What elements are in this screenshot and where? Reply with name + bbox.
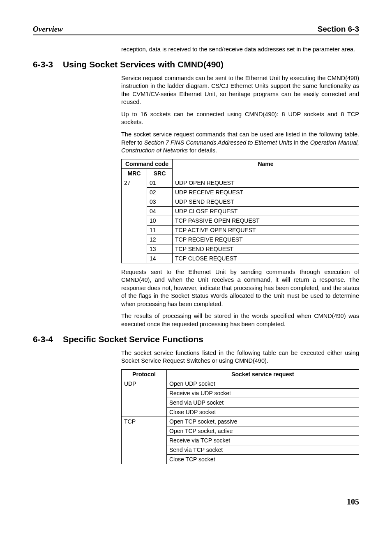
table-row: 13 TCP SEND REQUEST <box>122 244 359 253</box>
th-command-code: Command code <box>122 159 173 168</box>
section-number: 6-3-3 <box>33 60 53 69</box>
cell-name: UDP RECEIVE REQUEST <box>173 187 359 197</box>
page-number: 105 <box>33 497 359 507</box>
cell-name: UDP OPEN REQUEST <box>173 178 359 187</box>
s633-p4: Requests sent to the Ethernet Unit by se… <box>121 268 359 309</box>
section-heading-634: 6-3-4 Specific Socket Service Functions <box>33 334 359 344</box>
cell-name: TCP ACTIVE OPEN REQUEST <box>173 225 359 235</box>
cell-name: UDP SEND REQUEST <box>173 197 359 206</box>
cell-src: 02 <box>147 187 173 197</box>
table-row: 03 UDP SEND REQUEST <box>122 197 359 206</box>
cell-request: Open UDP socket <box>167 379 359 388</box>
s633-p3b: Section 7 FINS Commands Addressed to Eth… <box>144 139 293 146</box>
th-request: Socket service request <box>167 369 359 379</box>
table-row: 10 TCP PASSIVE OPEN REQUEST <box>122 216 359 225</box>
table-row: 14 TCP CLOSE REQUEST <box>122 253 359 263</box>
section-title: Specific Socket Service Functions <box>63 334 203 344</box>
cell-request: Send via TCP socket <box>167 445 359 454</box>
s633-p3c: in the <box>292 139 310 146</box>
th-protocol: Protocol <box>122 369 167 379</box>
s633-p3: The socket service request commands that… <box>121 131 359 155</box>
th-name: Name <box>173 159 359 178</box>
th-mrc: MRC <box>122 168 147 178</box>
s633-p5: The results of processing will be stored… <box>121 312 359 328</box>
cell-request: Close UDP socket <box>167 407 359 417</box>
cell-name: TCP PASSIVE OPEN REQUEST <box>173 216 359 225</box>
protocol-table: Protocol Socket service request UDP Open… <box>121 369 359 464</box>
cell-src: 01 <box>147 178 173 187</box>
section-number: 6-3-4 <box>33 334 53 344</box>
table-row: 11 TCP ACTIVE OPEN REQUEST <box>122 225 359 235</box>
cell-request: Open TCP socket, passive <box>167 417 359 426</box>
section-heading-633: 6-3-3 Using Socket Services with CMND(49… <box>33 60 359 69</box>
s634-p1: The socket service functions listed in t… <box>121 349 359 365</box>
cell-protocol: TCP <box>122 417 167 464</box>
th-src: SRC <box>147 168 173 178</box>
cell-request: Send via UDP socket <box>167 398 359 407</box>
cell-src: 04 <box>147 206 173 216</box>
header-section-name: Overview <box>33 25 63 34</box>
s633-p2: Up to 16 sockets can be connected using … <box>121 111 359 127</box>
cell-request: Open TCP socket, active <box>167 426 359 435</box>
intro-paragraph: reception, data is received to the send/… <box>121 46 359 54</box>
cell-name: UDP CLOSE REQUEST <box>173 206 359 216</box>
cell-src: 12 <box>147 235 173 244</box>
cell-src: 10 <box>147 216 173 225</box>
cell-name: TCP RECEIVE REQUEST <box>173 235 359 244</box>
table-row: 02 UDP RECEIVE REQUEST <box>122 187 359 197</box>
cell-name: TCP SEND REQUEST <box>173 244 359 253</box>
cell-name: TCP CLOSE REQUEST <box>173 253 359 263</box>
cell-src: 11 <box>147 225 173 235</box>
cell-mrc: 27 <box>122 178 147 263</box>
table-row: TCP Open TCP socket, passive <box>122 417 359 426</box>
cell-request: Receive via TCP socket <box>167 435 359 445</box>
page-header: Overview Section 6-3 <box>33 25 359 35</box>
table-row: UDP Open UDP socket <box>122 379 359 388</box>
cell-request: Receive via UDP socket <box>167 388 359 398</box>
s633-p1: Service request commands can be sent to … <box>121 74 359 106</box>
command-code-table: Command code Name MRC SRC 27 01 UDP OPEN… <box>121 159 359 263</box>
cell-request: Close TCP socket <box>167 454 359 464</box>
cell-src: 03 <box>147 197 173 206</box>
header-section-number: Section 6-3 <box>318 25 359 34</box>
table-row: 04 UDP CLOSE REQUEST <box>122 206 359 216</box>
cell-src: 13 <box>147 244 173 253</box>
cell-src: 14 <box>147 253 173 263</box>
table-row: 27 01 UDP OPEN REQUEST <box>122 178 359 187</box>
section-title: Using Socket Services with CMND(490) <box>63 60 224 69</box>
table-row: 12 TCP RECEIVE REQUEST <box>122 235 359 244</box>
cell-protocol: UDP <box>122 379 167 417</box>
s633-p3e: for details. <box>188 147 217 154</box>
